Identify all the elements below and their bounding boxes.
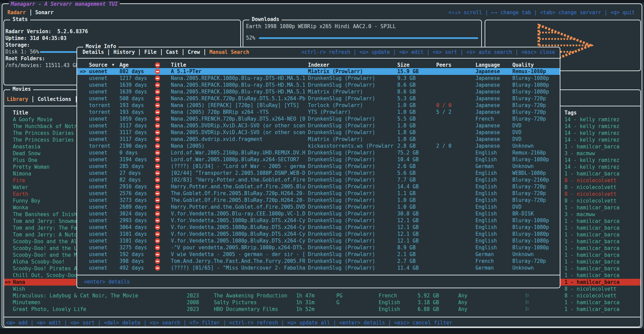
release-row[interactable]: usenet1059 daysNana.2005.FRENCH.720p.Blu…: [77, 116, 560, 122]
rejected-icon: [155, 245, 160, 250]
tab-collections[interactable]: Collections: [38, 96, 71, 102]
movie-tag-cell: 1 - hamilcar_barca: [564, 204, 620, 211]
movie-row[interactable]: Miraculous: Ladybug & Cat Noir, The Movi…: [4, 292, 640, 299]
release-row[interactable]: usenet3275 days-"V pour vendetta.2005.BR…: [77, 244, 560, 251]
tab-crew[interactable]: Crew: [188, 49, 200, 55]
release-title: Nana.2005.REPACK.720p.BluRay.DTS.5.1.x26…: [171, 95, 305, 102]
release-quality: Bluray-1080p: [512, 82, 549, 88]
root-folder-value: /nfs/movies: 11511.43 GB: [5, 62, 79, 69]
movie-row[interactable]: Minutemen2008Salty Pictures1h 31mGEnglis…: [4, 299, 640, 306]
rejected-icon: [155, 238, 160, 244]
release-size: 1.0 GB: [397, 109, 416, 116]
release-row[interactable]: torrent2190 daysNana (2005)kickasstorren…: [77, 143, 560, 149]
release-row[interactable]: usenet1639 daysNana.2005.REPACK.1080p.Bl…: [77, 82, 560, 88]
tab-details[interactable]: Details: [83, 49, 104, 55]
release-size: 9.3 GB: [397, 75, 416, 82]
movie-title-cell: A Goofy Movie: [13, 116, 52, 123]
column-header-release-title[interactable]: Title: [171, 62, 186, 68]
release-row[interactable]: usenet3101 daysV.for.Vendetta.2005.1080p…: [77, 237, 560, 244]
release-language: Japanese: [475, 88, 500, 95]
tab-radarr[interactable]: Radarr: [7, 9, 26, 16]
release-row[interactable]: usenet2916 daysHarry.Potter.and.the.Gobl…: [77, 183, 560, 190]
release-size: 7.7 GB: [397, 176, 416, 183]
rejected-icon: [155, 184, 160, 189]
column-header-size[interactable]: Size: [397, 62, 409, 68]
release-quality: Bluray-1080p: [512, 224, 549, 231]
movie-tag-cell: 14 - kelly ramirez: [564, 164, 620, 170]
tab-separator: [30, 9, 31, 16]
release-size: 2.1 GB: [397, 251, 416, 258]
movie-title-cell: The Banshees of Inish: [13, 211, 77, 218]
release-row[interactable]: usenet1217 daysNana.2005.REPACK.1080p.Bl…: [77, 75, 560, 82]
release-row[interactable]: usenet1639 daysNana.2005.REPACK.1080p.Bl…: [77, 88, 560, 95]
release-source: usenet: [89, 237, 107, 244]
column-header-source[interactable]: Source: [89, 62, 107, 68]
movie-row[interactable]: Great Photo, Lovely Life2023HBO Document…: [4, 306, 640, 313]
rejected-icon: [155, 231, 160, 237]
movie-title-cell: Nimona: [13, 170, 31, 177]
release-row[interactable]: usenet492 days(????) [01/65] - "Miss Und…: [77, 265, 560, 271]
release-row[interactable]: usenet3024 daysV.for.Vendetta.2005.Blu-r…: [77, 210, 560, 217]
release-row[interactable]: usenet192 daysV wie Vendetta - 2005 - ge…: [77, 251, 560, 258]
movie-tag-cell: 1 - hamilcar_barca: [564, 238, 620, 245]
column-header-peers[interactable]: Peers: [436, 62, 451, 68]
release-title: The.Goblet.Of.Fire.2005.BluRay.720p.H264…: [171, 190, 305, 197]
tab-history[interactable]: History: [113, 49, 135, 55]
release-row[interactable]: torrent193 daysNana (2005) [REPACK] [720…: [77, 102, 560, 109]
movie-title-cell: Pretty Woman: [13, 164, 49, 170]
release-row[interactable]: usenet2993 daysV.for.Vendetta.2005.1080p…: [77, 217, 560, 224]
release-age: 82 days: [119, 176, 141, 183]
tab-manual-search[interactable]: Manual Search: [209, 49, 249, 55]
movie-runtime-cell: 1h 31m: [296, 299, 314, 306]
release-row[interactable]: usenet27 days[02/44] "Transporter 2.2005…: [77, 170, 560, 176]
release-size: 2.7 GB: [397, 258, 416, 265]
release-row[interactable]: usenet0 daysLord.of.War.2005.2160p.BluRa…: [77, 149, 560, 156]
release-row[interactable]: usenet3064 daysV.for.Vendetta.2005.1080p…: [77, 224, 560, 231]
movie-title-cell: Scooby-Doo! and the L: [13, 245, 77, 252]
tab-library[interactable]: Library: [7, 96, 28, 102]
release-peers: 5 / 2: [436, 109, 451, 116]
release-language: Japanese: [475, 68, 500, 75]
release-row[interactable]: usenet82 days[02/83] "Harry.Potter.and.t…: [77, 176, 560, 183]
column-header-indexer[interactable]: Indexer: [308, 62, 329, 68]
column-header-language[interactable]: Language: [475, 62, 500, 68]
release-title: Nana.2005.REPACK.1080p.Blu-ray.DTS-HD.MA…: [171, 88, 305, 95]
column-header-quality[interactable]: Quality: [512, 62, 534, 68]
movie-size-cell: 6.88 GB: [418, 306, 439, 313]
release-row[interactable]: usenet2689 daysHarry.Potter.and.the.Gobl…: [77, 204, 560, 210]
release-row[interactable]: torrent193 daysNana (2005) 720p BRRip x2…: [77, 109, 560, 116]
rejected-icon: [155, 225, 160, 230]
release-row[interactable]: usenet3117 daysnana.2005.dvdrip.xvid.fra…: [77, 136, 560, 143]
column-header-tags[interactable]: Tags: [564, 109, 577, 116]
rejected-icon: [155, 204, 160, 210]
column-header-age[interactable]: Age: [119, 62, 129, 68]
release-row[interactable]: usenet3273 daysThe.Goblet.Of.Fire.2005.B…: [77, 197, 560, 204]
rejection-column-icon: [155, 62, 160, 68]
movie-title-cell: Fire: [13, 177, 25, 184]
release-row[interactable]: usenet508 daysNana.2005.REPACK.720p.BluR…: [77, 95, 560, 102]
release-row[interactable]: usenet3117 daysNana.2005.DVDRip.XviD.AC3…: [77, 122, 560, 129]
tab-cast[interactable]: Cast: [166, 49, 178, 55]
movie-title-cell: Tom and Jerry: The Fa: [13, 225, 77, 231]
release-row[interactable]: usenet285 days(????) [01/34] - "Lord of …: [77, 163, 560, 170]
movie-tag-cell: 8 - nicolecolvett: [564, 286, 617, 292]
release-row[interactable]: usenet398 daysTom.And.Jerry.The.Fast.And…: [77, 258, 560, 265]
tab-file[interactable]: File: [144, 49, 156, 55]
release-row[interactable]: usenet2576 daysThe.Goblet.Of.Fire.2005.B…: [77, 190, 560, 197]
release-row[interactable]: usenet3101 daysV.for.Vendetta.2005.1080p…: [77, 231, 560, 237]
release-quality: Bluray-1080p: [512, 156, 549, 163]
rejected-icon: [155, 137, 160, 142]
rejected-icon: [155, 258, 160, 264]
release-indexer: Miatrix (Prowlarr): [308, 68, 363, 75]
release-language: Japanese: [475, 102, 500, 109]
release-indexer: DrunkenSlug (Prowlarr): [308, 176, 375, 183]
release-quality: Bluray-720p: [512, 258, 546, 265]
tab-sonarr[interactable]: Sonarr: [35, 9, 53, 16]
column-header-title[interactable]: Title: [13, 109, 28, 116]
rejected-icon: [155, 116, 160, 122]
release-row[interactable]: =>usenet802 daysA 5.1-PTerMiatrix (Prowl…: [77, 68, 560, 75]
movie-title-cell: Wonka: [13, 204, 28, 211]
release-row[interactable]: usenet3194 daysLord.of.War.2005.1080p.Bl…: [77, 156, 560, 163]
release-row[interactable]: usenet3117 daysNana.2005.DVDRip.XviD.AC3…: [77, 129, 560, 136]
rejected-icon: [155, 130, 160, 135]
